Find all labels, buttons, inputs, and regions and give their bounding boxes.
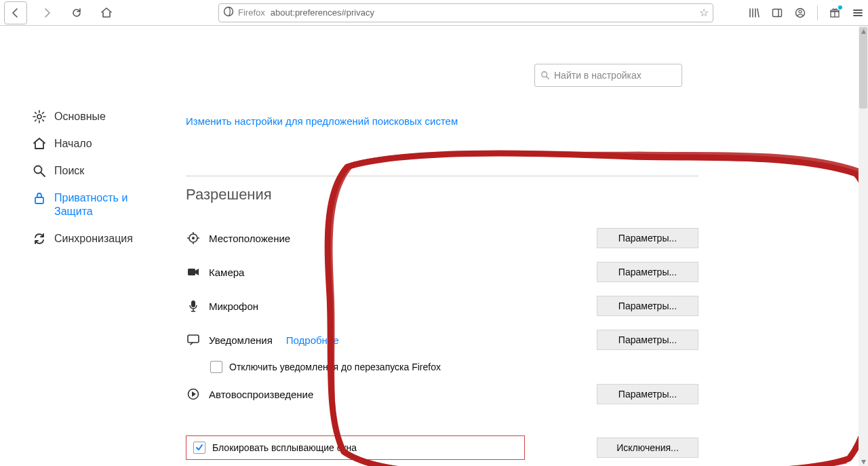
search-placeholder: Найти в настройках bbox=[554, 70, 642, 81]
sync-icon bbox=[33, 232, 46, 246]
svg-rect-22 bbox=[188, 269, 195, 275]
notifications-disable-row: Отключить уведомления до перезапуска Fir… bbox=[186, 357, 698, 377]
autoplay-icon bbox=[186, 388, 201, 400]
block-popups-row: Блокировать всплывающие окна Исключения.… bbox=[186, 429, 698, 466]
search-icon bbox=[33, 164, 46, 178]
category-label: Поиск bbox=[54, 164, 84, 178]
account-icon[interactable] bbox=[794, 7, 806, 19]
location-icon bbox=[186, 232, 201, 244]
notifications-icon bbox=[186, 334, 201, 345]
category-label: Основные bbox=[54, 110, 106, 123]
svg-rect-26 bbox=[188, 335, 199, 343]
category-label: Приватность и Защита bbox=[54, 191, 155, 218]
svg-point-11 bbox=[35, 166, 42, 174]
permission-camera: Камера Параметры... bbox=[186, 255, 698, 289]
reload-button[interactable] bbox=[66, 3, 87, 23]
block-popups-checkbox[interactable] bbox=[193, 442, 205, 454]
category-sync[interactable]: Синхронизация bbox=[30, 225, 157, 252]
toolbar-right bbox=[748, 5, 864, 20]
svg-line-12 bbox=[41, 173, 45, 177]
search-icon bbox=[540, 71, 550, 80]
library-icon[interactable] bbox=[748, 7, 760, 19]
permission-label: Камера bbox=[209, 267, 244, 278]
forward-button[interactable] bbox=[37, 3, 57, 23]
category-label: Начало bbox=[54, 137, 92, 151]
block-popups-highlight: Блокировать всплывающие окна bbox=[186, 435, 525, 460]
main-content: Найти в настройках Изменить настройки дл… bbox=[157, 26, 868, 466]
svg-rect-1 bbox=[773, 9, 782, 16]
browser-toolbar: Firefox about:preferences#privacy ☆ bbox=[0, 0, 868, 26]
notifications-more-link[interactable]: Подробнее bbox=[286, 334, 339, 346]
svg-rect-13 bbox=[35, 197, 43, 203]
camera-settings-button[interactable]: Параметры... bbox=[597, 262, 698, 282]
gear-icon bbox=[33, 110, 46, 123]
permission-label: Микрофон bbox=[209, 300, 258, 312]
whatsnew-icon[interactable] bbox=[829, 7, 841, 19]
svg-rect-23 bbox=[191, 300, 195, 307]
microphone-settings-button[interactable]: Параметры... bbox=[597, 296, 698, 316]
location-settings-button[interactable]: Параметры... bbox=[597, 228, 698, 248]
category-search[interactable]: Поиск bbox=[30, 157, 157, 185]
search-row: Найти в настройках bbox=[157, 64, 868, 87]
home-icon bbox=[33, 137, 46, 151]
permission-label: Автовоспроизведение bbox=[209, 389, 313, 400]
scroll-thumb[interactable] bbox=[859, 27, 867, 109]
home-button[interactable] bbox=[96, 3, 117, 23]
category-privacy[interactable]: Приватность и Защита bbox=[30, 185, 157, 225]
svg-point-17 bbox=[192, 237, 195, 239]
lock-icon bbox=[33, 191, 46, 205]
permission-notifications: Уведомления Подробнее Параметры... bbox=[186, 323, 698, 357]
search-input[interactable]: Найти в настройках bbox=[534, 64, 682, 87]
notifications-settings-button[interactable]: Параметры... bbox=[597, 330, 698, 350]
category-home[interactable]: Начало bbox=[30, 130, 157, 157]
url-bar[interactable]: Firefox about:preferences#privacy ☆ bbox=[218, 3, 713, 22]
search-engine-settings-link[interactable]: Изменить настройки для предложений поиск… bbox=[157, 115, 868, 127]
categories-sidebar: Основные Начало Поиск Приватность и Защи… bbox=[0, 26, 157, 466]
category-label: Синхронизация bbox=[54, 232, 133, 246]
block-popups-label: Блокировать всплывающие окна bbox=[212, 442, 357, 453]
svg-point-0 bbox=[224, 7, 233, 16]
permissions-section: Разрешения Местоположение Параметры... bbox=[157, 176, 868, 466]
permission-label: Уведомления bbox=[209, 334, 273, 346]
permission-label: Местоположение bbox=[209, 233, 290, 244]
microphone-icon bbox=[186, 300, 201, 312]
permission-location: Местоположение Параметры... bbox=[186, 221, 698, 255]
identity-label: Firefox bbox=[238, 7, 265, 18]
bookmark-star-icon[interactable]: ☆ bbox=[699, 6, 709, 19]
url-text: about:preferences#privacy bbox=[271, 7, 374, 18]
section-title: Разрешения bbox=[186, 176, 698, 203]
svg-point-10 bbox=[37, 115, 41, 119]
toolbar-separator bbox=[817, 5, 818, 20]
firefox-icon bbox=[223, 6, 234, 19]
permission-microphone: Микрофон Параметры... bbox=[186, 289, 698, 323]
disable-notifications-checkbox[interactable] bbox=[210, 361, 222, 373]
scroll-up-button[interactable]: ▴ bbox=[859, 26, 868, 35]
vertical-scrollbar[interactable]: ▴ ▾ bbox=[859, 26, 868, 466]
block-popups-exceptions-button[interactable]: Исключения... bbox=[597, 438, 698, 458]
camera-icon bbox=[186, 267, 201, 277]
disable-notifications-label: Отключить уведомления до перезапуска Fir… bbox=[229, 362, 441, 372]
app-menu-icon[interactable] bbox=[852, 7, 864, 19]
sidebar-icon[interactable] bbox=[771, 7, 783, 19]
permission-autoplay: Автовоспроизведение Параметры... bbox=[186, 377, 698, 411]
category-general[interactable]: Основные bbox=[30, 103, 157, 130]
nav-buttons bbox=[4, 1, 117, 24]
autoplay-settings-button[interactable]: Параметры... bbox=[597, 384, 698, 404]
preferences-page: Основные Начало Поиск Приватность и Защи… bbox=[0, 26, 868, 466]
svg-line-15 bbox=[547, 77, 549, 79]
scroll-down-button[interactable]: ▾ bbox=[859, 457, 868, 466]
svg-point-4 bbox=[799, 10, 802, 13]
back-button[interactable] bbox=[4, 1, 27, 24]
